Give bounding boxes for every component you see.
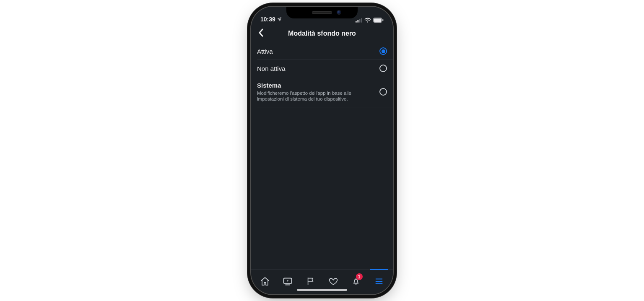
back-button[interactable]	[254, 27, 268, 40]
content-spacer	[251, 107, 393, 269]
phone-frame: 10:39	[251, 7, 393, 294]
cellular-icon	[356, 18, 362, 23]
svg-rect-1	[357, 20, 358, 22]
option-text: Sistema Modificheremo l'aspetto dell'app…	[257, 82, 379, 102]
option-title: Sistema	[257, 82, 375, 89]
wifi-icon	[364, 18, 371, 23]
radio-sistema[interactable]	[379, 88, 387, 96]
tv-play-icon	[283, 276, 293, 288]
option-text: Non attiva	[257, 65, 379, 72]
status-time: 10:39	[260, 16, 275, 23]
option-non-attiva[interactable]: Non attiva	[257, 60, 393, 77]
home-indicator[interactable]	[297, 289, 347, 291]
nav-header: Modalità sfondo nero	[251, 24, 393, 43]
svg-rect-5	[374, 18, 382, 22]
front-camera	[337, 10, 341, 14]
radio-non-attiva[interactable]	[379, 65, 387, 72]
tab-home[interactable]	[254, 270, 276, 294]
option-title: Non attiva	[257, 65, 375, 72]
hamburger-menu-icon	[374, 277, 384, 288]
location-icon	[277, 16, 282, 23]
battery-icon	[373, 18, 384, 23]
stage: 10:39	[0, 0, 644, 301]
tab-watch[interactable]	[276, 270, 299, 294]
option-subtitle: Modificheremo l'aspetto dell'app in base…	[257, 90, 375, 102]
home-icon	[260, 276, 270, 288]
svg-rect-6	[382, 19, 383, 21]
speaker-grill	[312, 11, 332, 14]
chevron-left-icon	[258, 29, 264, 39]
option-attiva[interactable]: Attiva	[257, 43, 393, 60]
heart-icon	[328, 276, 338, 288]
svg-marker-8	[287, 280, 289, 282]
notch	[286, 7, 358, 18]
svg-rect-3	[361, 18, 362, 23]
option-text: Attiva	[257, 48, 379, 55]
svg-rect-0	[356, 21, 357, 23]
tab-menu[interactable]	[368, 270, 390, 294]
flag-icon	[306, 277, 315, 288]
page-title: Modalità sfondo nero	[288, 30, 356, 37]
notifications-badge: 1	[356, 273, 363, 280]
status-bar-right	[356, 18, 384, 23]
option-title: Attiva	[257, 48, 375, 55]
status-bar-left: 10:39	[260, 16, 282, 23]
svg-rect-2	[359, 18, 361, 22]
tab-notifications[interactable]: 1	[345, 270, 367, 294]
radio-attiva[interactable]	[379, 47, 387, 55]
screen: 10:39	[251, 7, 393, 294]
options-list: Attiva Non attiva Sistema Modificheremo …	[251, 43, 393, 107]
option-sistema[interactable]: Sistema Modificheremo l'aspetto dell'app…	[257, 77, 393, 107]
